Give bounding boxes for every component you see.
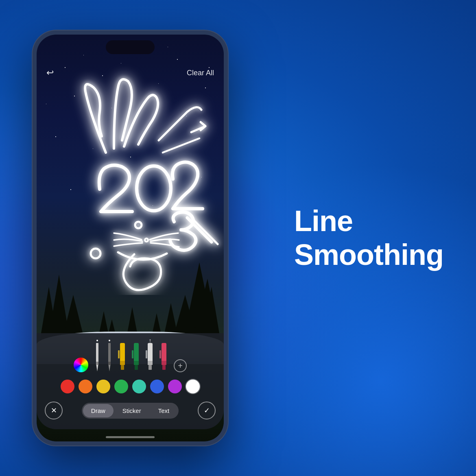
svg-rect-24	[120, 361, 125, 365]
tab-text[interactable]: Text	[150, 404, 178, 417]
svg-rect-31	[148, 343, 153, 362]
color-swatch-green[interactable]	[114, 380, 128, 393]
svg-rect-20	[108, 343, 111, 363]
svg-rect-35	[162, 343, 166, 362]
svg-rect-19	[96, 362, 98, 365]
brush-tools-row: ↑	[37, 340, 224, 376]
svg-rect-27	[134, 343, 139, 362]
brush-tool-6[interactable]	[158, 343, 170, 372]
undo-button[interactable]: ↩	[46, 68, 54, 78]
phone-screen: ↩ Clear All	[37, 35, 224, 441]
svg-rect-33	[148, 365, 152, 370]
svg-rect-38	[159, 350, 161, 358]
top-toolbar: ↩ Clear All	[37, 61, 224, 85]
color-swatch-purple[interactable]	[168, 380, 182, 393]
feature-text: Line Smoothing	[294, 204, 443, 272]
feature-line1: Line	[294, 204, 443, 238]
tab-draw[interactable]: Draw	[83, 404, 114, 417]
brush-tool-4[interactable]	[131, 343, 142, 372]
brush-tool-1[interactable]	[92, 340, 102, 372]
svg-rect-17	[96, 343, 98, 363]
clear-all-button[interactable]: Clear All	[187, 69, 214, 77]
svg-rect-22	[108, 362, 111, 365]
add-brush-button[interactable]: +	[174, 359, 187, 372]
phone-mockup: ↩ Clear All	[33, 31, 228, 445]
feature-line2: Smoothing	[294, 238, 443, 272]
svg-rect-36	[162, 361, 166, 365]
svg-rect-32	[148, 361, 153, 365]
mode-tabs: Draw Sticker Text	[82, 403, 179, 419]
svg-rect-30	[132, 350, 133, 358]
color-swatch-orange[interactable]	[79, 380, 92, 393]
tab-sticker[interactable]: Sticker	[114, 404, 149, 417]
color-swatch-white[interactable]	[186, 380, 200, 393]
color-swatch-teal[interactable]	[132, 380, 146, 393]
svg-rect-23	[120, 343, 125, 362]
bottom-panel: ↑	[37, 333, 224, 429]
color-swatches-row	[37, 376, 224, 398]
svg-rect-29	[135, 365, 138, 370]
dynamic-island	[106, 40, 155, 54]
cancel-button[interactable]: ✕	[45, 402, 63, 419]
home-indicator	[106, 436, 155, 438]
phone-frame: ↩ Clear All	[33, 31, 228, 445]
color-swatch-yellow[interactable]	[96, 380, 110, 393]
svg-rect-26	[118, 350, 120, 358]
color-wheel-button[interactable]	[74, 358, 88, 372]
color-swatch-red[interactable]	[61, 380, 74, 393]
confirm-button[interactable]: ✓	[198, 402, 216, 419]
svg-rect-34	[146, 350, 147, 358]
svg-rect-37	[162, 365, 166, 370]
svg-rect-28	[134, 361, 139, 365]
bottom-tabs: ✕ Draw Sticker Text ✓	[37, 398, 224, 421]
svg-rect-25	[121, 365, 124, 370]
color-swatch-blue[interactable]	[150, 380, 164, 393]
brush-tool-5[interactable]: ↑	[144, 343, 156, 372]
brush-tool-3[interactable]	[117, 343, 128, 372]
brush-tool-2[interactable]	[105, 340, 114, 372]
